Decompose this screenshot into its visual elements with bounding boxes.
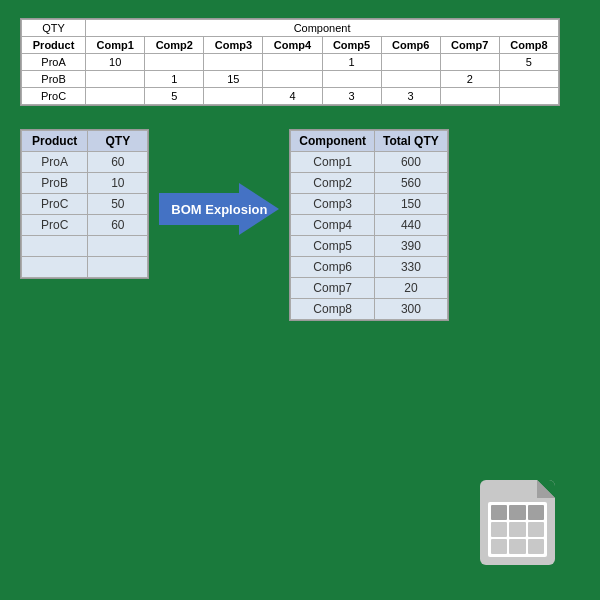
component-header: Component (291, 131, 375, 152)
proc-comp3 (204, 88, 263, 105)
icon-cell (491, 505, 507, 520)
prob-comp3: 15 (204, 71, 263, 88)
arrow-svg (159, 183, 279, 235)
table-row: ProB 1 15 2 (22, 71, 559, 88)
proc-comp7 (440, 88, 499, 105)
icon-cell (528, 505, 544, 520)
comp6-col-header: Comp6 (381, 37, 440, 54)
proc-comp4: 4 (263, 88, 322, 105)
input-qty-5 (88, 236, 148, 257)
input-product-6 (22, 257, 88, 278)
input-header-row: Product QTY (22, 131, 148, 152)
table-row: ProC 5 4 3 3 (22, 88, 559, 105)
proc-comp5: 3 (322, 88, 381, 105)
proa-comp2 (145, 54, 204, 71)
component-header: Component (86, 20, 559, 37)
comp4-qty: 440 (375, 215, 448, 236)
comp2-col-header: Comp2 (145, 37, 204, 54)
table-row: ProA 60 (22, 152, 148, 173)
comp5-col-header: Comp5 (322, 37, 381, 54)
comp4-col-header: Comp4 (263, 37, 322, 54)
icon-cell (491, 539, 507, 554)
comp5-qty: 390 (375, 236, 448, 257)
table-row: Comp6 330 (291, 257, 447, 278)
proa-comp3 (204, 54, 263, 71)
prob-comp6 (381, 71, 440, 88)
comp4-name: Comp4 (291, 215, 375, 236)
table-row: Comp8 300 (291, 299, 447, 320)
product-col-header: Product (22, 37, 86, 54)
prob-comp1 (86, 71, 145, 88)
bom-explosion-arrow: BOM Explosion (149, 129, 289, 289)
input-qty-6 (88, 257, 148, 278)
input-product-5 (22, 236, 88, 257)
product-header: Product (22, 131, 88, 152)
output-table: Component Total QTY Comp1 600 Comp2 560 … (289, 129, 448, 321)
prob-comp4 (263, 71, 322, 88)
column-headers-row: Product Comp1 Comp2 Comp3 Comp4 Comp5 Co… (22, 37, 559, 54)
table-row (22, 257, 148, 278)
comp8-col-header: Comp8 (499, 37, 558, 54)
total-qty-header: Total QTY (375, 131, 448, 152)
input-qty-2: 10 (88, 173, 148, 194)
comp1-qty: 600 (375, 152, 448, 173)
input-product-3: ProC (22, 194, 88, 215)
table-row (22, 236, 148, 257)
proc-comp1 (86, 88, 145, 105)
proc-product: ProC (22, 88, 86, 105)
proc-comp6: 3 (381, 88, 440, 105)
input-table: Product QTY ProA 60 ProB 10 ProC 50 ProC (20, 129, 149, 279)
prob-comp8 (499, 71, 558, 88)
comp7-qty: 20 (375, 278, 448, 299)
svg-marker-0 (159, 183, 279, 235)
input-product-2: ProB (22, 173, 88, 194)
bom-reference-table: QTY Component Product Comp1 Comp2 Comp3 … (20, 18, 560, 106)
comp2-name: Comp2 (291, 173, 375, 194)
table-row: ProA 10 1 5 (22, 54, 559, 71)
prob-comp2: 1 (145, 71, 204, 88)
comp1-col-header: Comp1 (86, 37, 145, 54)
table-row: ProB 10 (22, 173, 148, 194)
proc-comp8 (499, 88, 558, 105)
comp8-name: Comp8 (291, 299, 375, 320)
qty-label: QTY (22, 20, 86, 37)
comp7-name: Comp7 (291, 278, 375, 299)
arrow-graphic: BOM Explosion (159, 183, 279, 235)
comp1-name: Comp1 (291, 152, 375, 173)
input-qty-4: 60 (88, 215, 148, 236)
icon-cell (528, 539, 544, 554)
prob-comp7: 2 (440, 71, 499, 88)
input-qty-3: 50 (88, 194, 148, 215)
comp6-qty: 330 (375, 257, 448, 278)
proa-comp7 (440, 54, 499, 71)
proa-comp1: 10 (86, 54, 145, 71)
icon-cell (528, 522, 544, 537)
table-row: ProC 50 (22, 194, 148, 215)
table-row: Comp7 20 (291, 278, 447, 299)
comp5-name: Comp5 (291, 236, 375, 257)
qty-header: QTY (88, 131, 148, 152)
comp8-qty: 300 (375, 299, 448, 320)
table-row: Comp1 600 (291, 152, 447, 173)
icon-table-graphic (488, 502, 547, 557)
proa-product: ProA (22, 54, 86, 71)
table-row: Comp2 560 (291, 173, 447, 194)
table-row: Comp4 440 (291, 215, 447, 236)
icon-cell (509, 505, 525, 520)
proa-comp4 (263, 54, 322, 71)
table-row: Comp3 150 (291, 194, 447, 215)
input-qty-1: 60 (88, 152, 148, 173)
bom-explosion-section: Product QTY ProA 60 ProB 10 ProC 50 ProC (20, 129, 560, 321)
output-header-row: Component Total QTY (291, 131, 447, 152)
proa-comp5: 1 (322, 54, 381, 71)
comp3-name: Comp3 (291, 194, 375, 215)
prob-product: ProB (22, 71, 86, 88)
input-product-4: ProC (22, 215, 88, 236)
proa-comp8: 5 (499, 54, 558, 71)
proc-comp2: 5 (145, 88, 204, 105)
table-row: Comp5 390 (291, 236, 447, 257)
prob-comp5 (322, 71, 381, 88)
icon-cell (509, 522, 525, 537)
comp3-qty: 150 (375, 194, 448, 215)
icon-cell (491, 522, 507, 537)
